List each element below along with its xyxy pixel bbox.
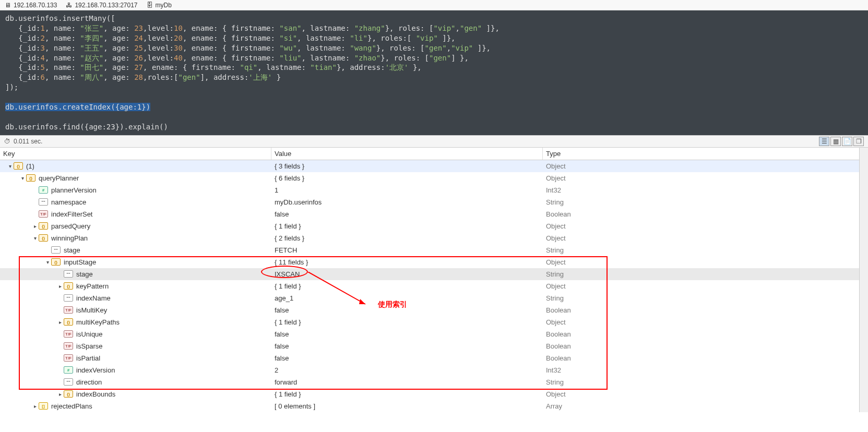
type-cell: Object <box>543 282 868 290</box>
type-cell: Object <box>543 234 868 242</box>
header-type[interactable]: Type <box>543 148 868 160</box>
expand-arrow[interactable]: ▾ <box>19 174 26 182</box>
key-label: isMultiKey <box>76 306 107 314</box>
bool-type-icon: T/F <box>64 330 73 338</box>
connection-label: 192.168.70.133:27017 <box>75 2 137 9</box>
value-cell: false <box>271 210 543 218</box>
expand-arrow[interactable]: ▸ <box>56 282 64 290</box>
header-value[interactable]: Value <box>271 148 543 160</box>
str-type-icon: "" <box>51 246 61 254</box>
database-icon: 🗄 <box>146 2 153 9</box>
type-cell: String <box>543 246 868 254</box>
obj-type-icon: {} <box>64 390 73 398</box>
tree-row[interactable]: T/FindexFilterSetfalseBoolean <box>0 208 868 220</box>
scrollbar[interactable] <box>859 148 868 412</box>
type-cell: String <box>543 378 868 386</box>
tree-row[interactable]: ▸[]rejectedPlans[ 0 elements ]Array <box>0 400 868 412</box>
expand-arrow <box>56 366 64 374</box>
results-tree[interactable]: ▾{}(1){ 3 fields }Object▾{}queryPlanner{… <box>0 160 868 412</box>
connection-crumb[interactable]: 🖧 192.168.70.133:27017 <box>65 2 137 9</box>
obj-type-icon: {} <box>64 282 73 290</box>
key-label: indexName <box>76 294 111 302</box>
type-cell: Int32 <box>543 186 868 194</box>
value-cell: { 3 fields } <box>271 162 543 170</box>
str-type-icon: "" <box>64 294 73 302</box>
obj-type-icon: {} <box>39 234 48 242</box>
server-icon: 🖥 <box>4 2 11 9</box>
key-label: winningPlan <box>51 234 88 242</box>
key-label: direction <box>76 378 102 386</box>
tree-row[interactable]: T/FisSparsefalseBoolean <box>0 340 868 352</box>
value-cell: { 1 field } <box>271 222 543 230</box>
value-cell: 1 <box>271 186 543 194</box>
value-cell: age_1 <box>271 294 543 302</box>
expand-arrow[interactable]: ▸ <box>56 390 64 398</box>
tree-row[interactable]: ▾{}winningPlan{ 2 fields }Object <box>0 232 868 244</box>
header-key[interactable]: Key <box>0 148 271 160</box>
tree-row[interactable]: ▸{}indexBounds{ 1 field }Object <box>0 388 868 400</box>
tree-row[interactable]: ▸{}multiKeyPaths{ 1 field }Object <box>0 316 868 328</box>
value-cell: { 1 field } <box>271 390 543 398</box>
key-label: stage <box>76 270 93 278</box>
obj-type-icon: {} <box>26 174 35 182</box>
key-label: isPartial <box>76 354 100 362</box>
type-cell: Boolean <box>543 342 868 350</box>
key-label: (1) <box>26 162 34 170</box>
new-window-button[interactable]: ❐ <box>853 137 864 146</box>
obj-type-icon: {} <box>14 162 23 170</box>
type-cell: Boolean <box>543 210 868 218</box>
expand-arrow[interactable]: ▸ <box>56 318 64 326</box>
type-cell: Boolean <box>543 330 868 338</box>
key-label: isSparse <box>76 342 103 350</box>
expand-arrow <box>31 210 39 218</box>
obj-type-icon: {} <box>64 318 73 326</box>
bool-type-icon: T/F <box>64 342 73 350</box>
expand-arrow[interactable]: ▸ <box>31 402 39 410</box>
value-cell: { 1 field } <box>271 318 543 326</box>
key-label: indexBounds <box>76 390 115 398</box>
results-panel: Key Value Type ▾{}(1){ 3 fields }Object▾… <box>0 148 868 412</box>
tree-view-button[interactable]: ☰ <box>819 137 829 146</box>
tree-row[interactable]: ▾{}(1){ 3 fields }Object <box>0 160 868 172</box>
value-cell: { 11 fields } <box>271 258 543 266</box>
database-crumb[interactable]: 🗄 myDb <box>146 2 172 9</box>
tree-row[interactable]: #indexVersion2Int32 <box>0 364 868 376</box>
tree-row[interactable]: ""stageFETCHString <box>0 244 868 256</box>
expand-arrow[interactable]: ▾ <box>6 162 14 170</box>
table-view-button[interactable]: ▦ <box>830 137 841 146</box>
expand-arrow <box>56 330 64 338</box>
arr-type-icon: [] <box>39 402 48 410</box>
expand-arrow <box>56 354 64 362</box>
expand-arrow <box>56 270 64 278</box>
tree-row[interactable]: ▸{}keyPattern{ 1 field }Object <box>0 280 868 292</box>
tree-row[interactable]: ▸{}parsedQuery{ 1 field }Object <box>0 220 868 232</box>
clock-icon: ⏱ <box>4 138 10 145</box>
tree-row[interactable]: #plannerVersion1Int32 <box>0 184 868 196</box>
tree-row[interactable]: ""indexNameage_1String <box>0 292 868 304</box>
tree-row[interactable]: ▾{}inputStage{ 11 fields }Object <box>0 256 868 268</box>
expand-arrow[interactable]: ▾ <box>31 234 39 242</box>
query-editor[interactable]: db.userinfos.insertMany([ {_id:1, name: … <box>0 10 868 135</box>
connection-bar: 🖥 192.168.70.133 🖧 192.168.70.133:27017 … <box>0 0 868 10</box>
value-cell: false <box>271 306 543 314</box>
tree-row[interactable]: T/FisUniquefalseBoolean <box>0 328 868 340</box>
tree-row[interactable]: T/FisPartialfalseBoolean <box>0 352 868 364</box>
tree-row[interactable]: ""directionforwardString <box>0 376 868 388</box>
key-label: rejectedPlans <box>51 402 92 410</box>
expand-arrow[interactable]: ▾ <box>44 258 51 266</box>
value-cell: false <box>271 330 543 338</box>
type-cell: Object <box>543 390 868 398</box>
obj-type-icon: {} <box>39 222 48 230</box>
tree-row[interactable]: ""namespacemyDb.userinfosString <box>0 196 868 208</box>
expand-arrow[interactable]: ▸ <box>31 222 39 230</box>
key-label: parsedQuery <box>51 222 90 230</box>
tree-row[interactable]: T/FisMultiKeyfalseBoolean <box>0 304 868 316</box>
value-cell: false <box>271 354 543 362</box>
tree-row[interactable]: ""stageIXSCANString <box>0 268 868 280</box>
type-cell: Int32 <box>543 366 868 374</box>
tree-row[interactable]: ▾{}queryPlanner{ 6 fields }Object <box>0 172 868 184</box>
value-cell: FETCH <box>271 246 543 254</box>
view-mode-buttons: ☰ ▦ 📄 ❐ <box>819 137 864 146</box>
json-view-button[interactable]: 📄 <box>842 137 852 146</box>
server-crumb[interactable]: 🖥 192.168.70.133 <box>4 2 57 9</box>
